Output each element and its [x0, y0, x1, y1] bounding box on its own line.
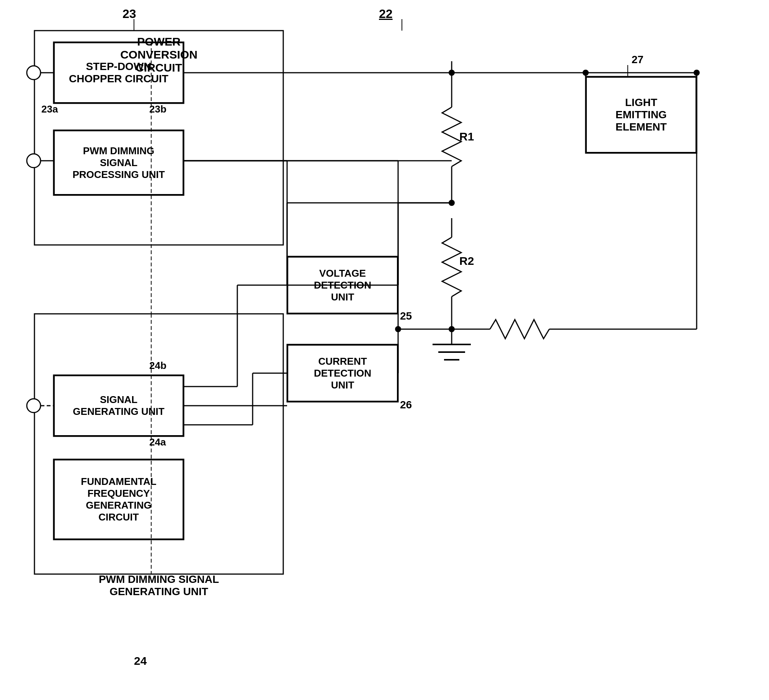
ref-23a: 23a [41, 103, 58, 115]
ref-23b: 23b [149, 103, 167, 115]
signal-generating-label: SIGNALGENERATING UNIT [54, 375, 184, 436]
svg-line-33 [184, 285, 287, 387]
svg-point-24 [449, 70, 455, 76]
step-down-label: STEP-DOWNCHOPPER CIRCUIT [54, 42, 184, 103]
r2-label: R2 [459, 255, 474, 268]
light-emitting-label: LIGHTEMITTINGELEMENT [586, 77, 697, 153]
pwm-processing-label: PWM DIMMINGSIGNALPROCESSING UNIT [54, 130, 184, 195]
svg-point-37 [27, 154, 41, 168]
ref-26: 26 [400, 399, 412, 411]
fundamental-freq-label: FUNDAMENTALFREQUENCYGENERATINGCIRCUIT [54, 459, 184, 540]
ref-24: 24 [134, 654, 147, 667]
r1-label: R1 [459, 130, 474, 143]
pwm-generating-outer-label: PWM DIMMING SIGNALGENERATING UNIT [34, 573, 283, 598]
current-detection-label: CURRENTDETECTIONUNIT [287, 344, 398, 402]
ref-22: 22 [379, 7, 393, 21]
ref-24a: 24a [149, 436, 166, 448]
voltage-detection-label: VOLTAGEDETECTIONUNIT [287, 256, 398, 314]
circuit-diagram: 22 23 POWERCONVERSIONCIRCUIT STEP-DOWNCH… [0, 0, 769, 700]
svg-line-32 [184, 373, 287, 406]
ref-24b: 24b [149, 360, 167, 372]
ref-23-top: 23 [122, 7, 136, 21]
ref-25: 25 [400, 310, 412, 322]
ref-27: 27 [632, 54, 643, 66]
svg-point-38 [27, 399, 41, 413]
